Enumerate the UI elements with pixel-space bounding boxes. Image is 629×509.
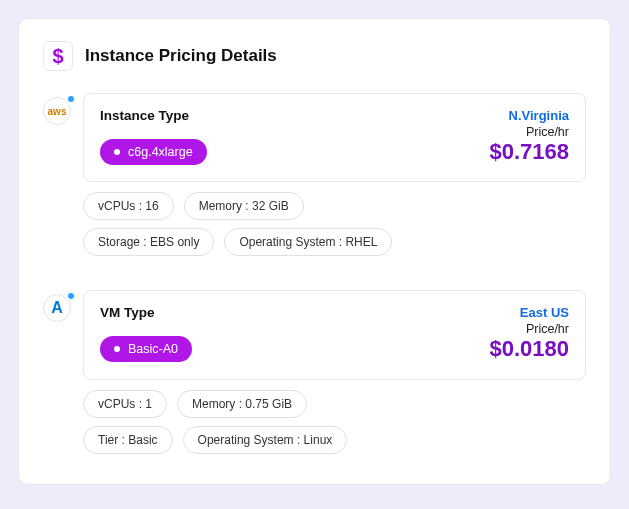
price-block: N.Virginia Price/hr $0.7168 — [489, 108, 569, 165]
vm-type-card: VM Type Basic-A0 East US Price/hr $0.018… — [83, 290, 586, 379]
spec-chip-vcpus: vCPUs : 16 — [83, 192, 174, 220]
price-value: $0.7168 — [489, 139, 569, 165]
spec-chip-os: Operating System : Linux — [183, 426, 348, 454]
panel-header: $ Instance Pricing Details — [43, 41, 586, 71]
instance-type-card: Instance Type c6g.4xlarge N.Virginia Pri… — [83, 93, 586, 182]
instance-block-azure: A VM Type Basic-A0 East US Price/hr $0.0… — [43, 290, 586, 461]
region-label: East US — [489, 305, 569, 320]
spec-row: vCPUs : 16 Memory : 32 GiB — [83, 192, 586, 220]
spec-chip-memory: Memory : 32 GiB — [184, 192, 304, 220]
type-heading: Instance Type — [100, 108, 207, 123]
pricing-panel: $ Instance Pricing Details aws Instance … — [18, 18, 611, 485]
region-label: N.Virginia — [489, 108, 569, 123]
dot-icon — [114, 149, 120, 155]
spec-chip-tier: Tier : Basic — [83, 426, 173, 454]
spec-row: Tier : Basic Operating System : Linux — [83, 426, 586, 454]
price-value: $0.0180 — [489, 336, 569, 362]
spec-chip-vcpus: vCPUs : 1 — [83, 390, 167, 418]
price-block: East US Price/hr $0.0180 — [489, 305, 569, 362]
spec-row: vCPUs : 1 Memory : 0.75 GiB — [83, 390, 586, 418]
type-heading: VM Type — [100, 305, 192, 320]
dot-icon — [114, 346, 120, 352]
instance-body: VM Type Basic-A0 East US Price/hr $0.018… — [83, 290, 586, 461]
type-left: Instance Type c6g.4xlarge — [100, 108, 207, 165]
dollar-icon: $ — [43, 41, 73, 71]
instance-block-aws: aws Instance Type c6g.4xlarge N.Virginia… — [43, 93, 586, 264]
vm-type-pill[interactable]: Basic-A0 — [100, 336, 192, 362]
vm-type-value: Basic-A0 — [128, 342, 178, 356]
spec-chip-memory: Memory : 0.75 GiB — [177, 390, 307, 418]
azure-icon: A — [43, 294, 71, 322]
type-left: VM Type Basic-A0 — [100, 305, 192, 362]
aws-icon: aws — [43, 97, 71, 125]
instance-body: Instance Type c6g.4xlarge N.Virginia Pri… — [83, 93, 586, 264]
spec-chip-storage: Storage : EBS only — [83, 228, 214, 256]
price-per-hr-label: Price/hr — [489, 322, 569, 336]
instance-type-value: c6g.4xlarge — [128, 145, 193, 159]
spec-chip-os: Operating System : RHEL — [224, 228, 392, 256]
panel-title: Instance Pricing Details — [85, 46, 277, 66]
spec-row: Storage : EBS only Operating System : RH… — [83, 228, 586, 256]
instance-type-pill[interactable]: c6g.4xlarge — [100, 139, 207, 165]
price-per-hr-label: Price/hr — [489, 125, 569, 139]
